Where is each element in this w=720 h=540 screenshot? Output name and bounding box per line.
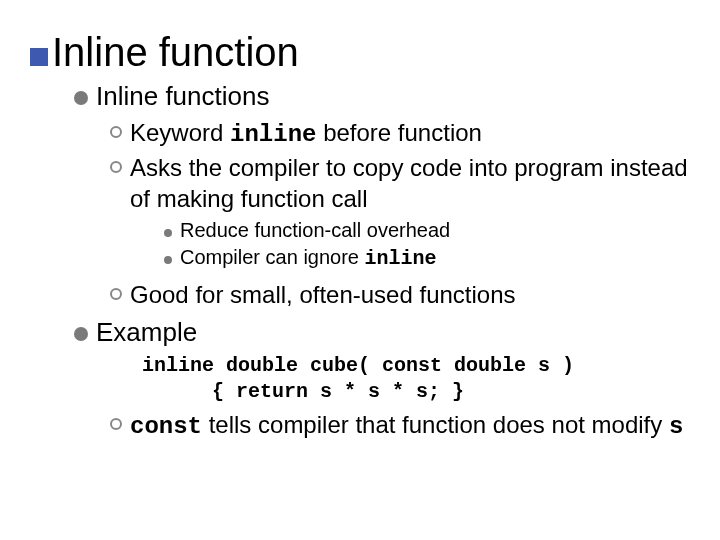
list-item: Reduce function-call overhead (164, 218, 690, 243)
code-fragment: inline (230, 121, 316, 148)
list-item: Inline functions (74, 80, 690, 113)
bullet-level2-group: inline double cube( const double s ) { r… (110, 353, 690, 442)
level2-text: Keyword inline before function (130, 117, 482, 150)
ring-bullet-icon (110, 161, 122, 173)
dot-bullet-icon (164, 256, 172, 264)
level1-text: Example (96, 316, 197, 349)
code-fragment: const (130, 413, 202, 440)
text-fragment: before function (316, 119, 481, 146)
list-item: const tells compiler that function does … (110, 409, 690, 442)
code-fragment: inline (365, 247, 437, 270)
list-item: Good for small, often-used functions (110, 279, 690, 310)
ring-bullet-icon (110, 418, 122, 430)
ring-bullet-icon (110, 288, 122, 300)
disc-bullet-icon (74, 327, 88, 341)
bullet-level2-group: Keyword inline before function Asks the … (110, 117, 690, 311)
text-fragment: tells compiler that function does not mo… (202, 411, 669, 438)
bullet-level3-group: Reduce function-call overhead Compiler c… (164, 218, 690, 271)
bullet-level1-group: Inline functions Keyword inline before f… (74, 80, 690, 442)
level2-text: Asks the compiler to copy code into prog… (130, 152, 690, 214)
text-fragment: Keyword (130, 119, 230, 146)
dot-bullet-icon (164, 229, 172, 237)
list-item: Compiler can ignore inline (164, 245, 690, 271)
disc-bullet-icon (74, 91, 88, 105)
code-line: { return s * s * s; } (212, 379, 690, 405)
level1-text: Inline functions (96, 80, 269, 113)
code-fragment: s (669, 413, 683, 440)
level2-text: Good for small, often-used functions (130, 279, 516, 310)
list-item: Asks the compiler to copy code into prog… (110, 152, 690, 214)
level3-text: Reduce function-call overhead (180, 218, 450, 243)
text-fragment: Compiler can ignore (180, 246, 365, 268)
slide-title-row: Inline function (30, 30, 690, 74)
code-example: inline double cube( const double s ) { r… (142, 353, 690, 405)
ring-bullet-icon (110, 126, 122, 138)
list-item: Keyword inline before function (110, 117, 690, 150)
level2-text: const tells compiler that function does … (130, 409, 683, 442)
level3-text: Compiler can ignore inline (180, 245, 437, 271)
code-line: inline double cube( const double s ) (142, 353, 690, 379)
slide-title: Inline function (52, 30, 299, 74)
square-bullet-icon (30, 48, 48, 66)
list-item: Example (74, 316, 690, 349)
